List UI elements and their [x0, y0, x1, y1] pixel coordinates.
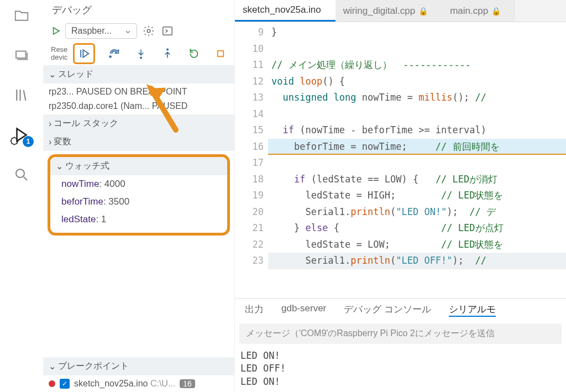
serial-message-input[interactable]: メッセージ（'COM9'のRaspberry Pi Pico 2にメッセージを送… — [239, 323, 562, 344]
lock-icon: 🔒 — [491, 7, 501, 15]
bottom-panel: 出力gdb-serverデバッグ コンソールシリアルモ メッセージ（'COM9'… — [235, 298, 566, 392]
serial-output: LED ON!LED OFF!LED ON! — [235, 346, 566, 392]
breakpoint-checkbox[interactable]: ✓ — [60, 379, 70, 389]
editor-tabs: sketch_nov25a.inowiring_digital.cpp🔒main… — [235, 0, 566, 22]
watch-item[interactable]: ledState: 1 — [50, 211, 227, 228]
breakpoints-header[interactable]: ⌄ ブレークポイント — [43, 357, 234, 375]
thread-item[interactable]: rp23... PAUSED ON BREAKPOINT — [43, 85, 234, 99]
step-into-button[interactable] — [134, 46, 148, 61]
code-line: Serial1.println("LED OFF!"); // — [268, 253, 566, 269]
code-line — [268, 41, 566, 58]
code-line: if (ledState == LOW) { // LEDが消灯 — [268, 171, 566, 188]
breakpoint-file: sketch_nov25a.ino C:\U... — [74, 379, 175, 389]
variables-header[interactable]: › 変数 — [43, 133, 234, 151]
line-number: 9 — [235, 24, 264, 41]
bottom-tab[interactable]: 出力 — [245, 303, 264, 317]
line-number: 14 — [235, 106, 264, 123]
editor-tab[interactable]: wiring_digital.cpp🔒 — [336, 0, 442, 22]
svg-point-5 — [110, 56, 112, 58]
code-line: // メイン処理（繰り返し） ------------ — [268, 57, 566, 74]
debug-console-icon[interactable] — [160, 24, 175, 38]
breakpoint-item[interactable]: ✓ sketch_nov25a.ino C:\U... 16 — [43, 375, 234, 392]
line-number: 13 — [235, 90, 264, 106]
bottom-tab[interactable]: シリアルモ — [449, 303, 496, 317]
code-line: ledState = HIGH; // LED状態を — [268, 187, 566, 204]
watch-highlight-box: ⌄ ウォッチ式 nowTime: 4000beforTime: 3500ledS… — [48, 154, 230, 236]
line-number: 18 — [235, 171, 264, 188]
editor-tab[interactable]: main.cpp🔒 — [442, 0, 515, 22]
breakpoints-label: ブレークポイント — [58, 360, 129, 372]
code-line: unsigned long nowTime = millis(); // — [268, 90, 566, 106]
line-number: 10 — [235, 41, 264, 58]
panel-title: デバッグ — [43, 0, 234, 20]
chevron-down-icon: ⌄ — [49, 69, 56, 80]
bottom-tab[interactable]: デバッグ コンソール — [344, 303, 431, 317]
code-line: ledState = LOW; // LED状態を — [268, 237, 566, 253]
svg-point-3 — [147, 29, 150, 33]
line-number: 17 — [235, 155, 264, 171]
reset-row: Rese devic — [43, 42, 234, 65]
thread-item[interactable]: rp2350.dap.core1 (Nam... PAUSED — [43, 99, 234, 113]
debug-config-select[interactable]: Raspber... — [65, 23, 137, 39]
watch-label: ウォッチ式 — [65, 160, 109, 172]
debug-icon[interactable]: 1 — [12, 125, 32, 145]
variables-label: 変数 — [54, 136, 71, 148]
debug-config-row: Raspber... — [43, 20, 234, 42]
watch-item[interactable]: beforTime: 3500 — [50, 193, 227, 211]
watch-header[interactable]: ⌄ ウォッチ式 — [50, 157, 227, 175]
line-number: 12 — [235, 74, 264, 90]
code-line — [268, 106, 566, 123]
line-number: 20 — [235, 204, 264, 221]
chevron-right-icon: › — [49, 119, 51, 129]
debug-side-panel: デバッグ Raspber... Rese devic — [43, 0, 234, 392]
chevron-down-icon: ⌄ — [49, 361, 56, 372]
bottom-tab[interactable]: gdb-server — [281, 303, 326, 317]
library-icon[interactable] — [12, 85, 32, 105]
continue-button[interactable] — [73, 43, 95, 64]
watch-item[interactable]: nowTime: 4000 — [50, 175, 227, 193]
threads-label: スレッド — [58, 69, 93, 80]
step-over-button[interactable] — [107, 46, 122, 61]
debug-badge: 1 — [23, 136, 34, 147]
callstack-header[interactable]: › コール スタック — [43, 114, 234, 133]
line-number: 15 — [235, 122, 264, 139]
code-line: beforTime = nowTime; // 前回時間を — [268, 139, 566, 155]
editor-tab[interactable]: sketch_nov25a.ino — [235, 0, 336, 22]
callstack-label: コール スタック — [54, 118, 118, 129]
svg-rect-0 — [16, 51, 26, 59]
step-out-button[interactable] — [160, 46, 175, 61]
start-debug-icon[interactable] — [51, 26, 61, 36]
breakpoint-dot-icon — [49, 380, 55, 387]
lock-icon: 🔒 — [418, 7, 428, 15]
code-line: } — [268, 24, 566, 41]
line-number: 22 — [235, 237, 264, 253]
line-number: 11 — [235, 57, 264, 74]
explorer-icon[interactable] — [12, 6, 32, 25]
code-lines: }// メイン処理（繰り返し） ------------void loop() … — [268, 22, 566, 298]
code-line — [268, 155, 566, 171]
line-number: 16 — [235, 139, 264, 155]
serial-line: LED ON! — [240, 375, 560, 389]
gutter: 91011121314151617181920212223 — [235, 22, 268, 298]
line-number: 19 — [235, 187, 264, 204]
code-line: Serial1.println("LED ON!"); // デ — [268, 204, 566, 221]
debug-toolbar — [71, 42, 230, 65]
code-pane[interactable]: 91011121314151617181920212223 }// メイン処理（… — [235, 22, 566, 298]
restart-button[interactable] — [187, 46, 201, 61]
search-icon[interactable] — [12, 165, 32, 185]
boards-icon[interactable] — [12, 45, 32, 65]
svg-point-1 — [11, 138, 18, 144]
svg-point-6 — [140, 57, 142, 59]
svg-point-2 — [16, 169, 24, 177]
activity-bar: 1 — [0, 0, 43, 392]
chevron-down-icon: ⌄ — [56, 161, 63, 171]
threads-header[interactable]: ⌄ スレッド — [43, 65, 234, 83]
chevron-right-icon: › — [49, 137, 51, 147]
line-number: 21 — [235, 220, 264, 237]
code-line: } else { // LEDが点灯 — [268, 220, 566, 237]
stop-button[interactable] — [213, 46, 228, 61]
svg-point-7 — [167, 49, 169, 50]
gear-icon[interactable] — [142, 24, 156, 38]
bottom-tabs: 出力gdb-serverデバッグ コンソールシリアルモ — [235, 299, 566, 321]
serial-line: LED OFF! — [240, 362, 560, 375]
